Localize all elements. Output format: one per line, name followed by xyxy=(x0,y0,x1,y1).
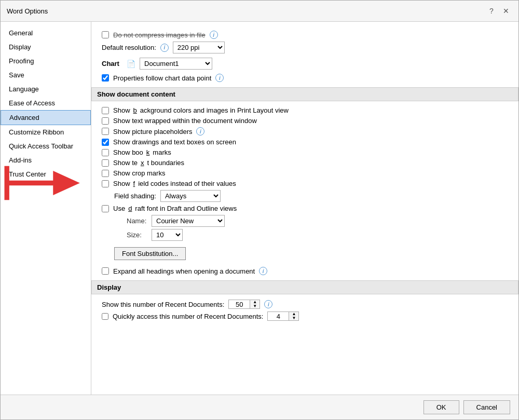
show-crop-marks-label: Show crop marks xyxy=(113,169,165,177)
sidebar-item-ease-of-access[interactable]: Ease of Access xyxy=(1,96,91,110)
show-text-wrapped-label: Show text wrapped within the document wi… xyxy=(113,117,257,125)
compress-images-row: Do not compress images in file i xyxy=(102,31,508,39)
show-picture-placeholders-label: Show picture placeholders xyxy=(113,128,192,136)
size-row: Size: 10 8 12 xyxy=(127,229,508,241)
sidebar-item-add-ins[interactable]: Add-ins xyxy=(1,153,91,167)
show-bg-colors-checkbox[interactable] xyxy=(102,107,109,114)
show-bookmarks-label: Show bookmarks xyxy=(113,148,171,156)
quick-access-input[interactable] xyxy=(268,312,289,320)
sidebar-item-language[interactable]: Language xyxy=(1,82,91,96)
sidebar-item-quick-access-toolbar[interactable]: Quick Access Toolbar xyxy=(1,139,91,153)
recent-docs-input[interactable] xyxy=(229,300,250,308)
quick-access-row: Quickly access this number of Recent Doc… xyxy=(102,311,508,321)
dialog-footer: OK Cancel xyxy=(1,395,518,419)
quick-access-down-button[interactable]: ▼ xyxy=(289,316,298,320)
name-row: Name: Courier New Arial Times New Roman xyxy=(127,215,508,227)
default-resolution-row: Default resolution: i 220 ppi 96 ppi 150… xyxy=(102,42,508,53)
properties-follow-row: Properties follow chart data point i xyxy=(102,74,508,82)
show-bg-colors-row: Show background colors and images in Pri… xyxy=(102,106,508,114)
expand-headings-label: Expand all headings when opening a docum… xyxy=(113,267,255,275)
sidebar-item-display[interactable]: Display xyxy=(1,40,91,54)
expand-headings-row: Expand all headings when opening a docum… xyxy=(102,267,508,275)
properties-follow-label: Properties follow chart data point xyxy=(113,74,211,82)
show-field-codes-checkbox[interactable] xyxy=(102,180,109,187)
quick-access-checkbox[interactable] xyxy=(102,313,108,320)
show-crop-marks-row: Show crop marks xyxy=(102,169,508,177)
display-header: Display xyxy=(91,280,518,294)
dialog-title: Word Options xyxy=(7,7,48,15)
sidebar-item-advanced[interactable]: Advanced xyxy=(1,110,91,125)
draft-font-checkbox[interactable] xyxy=(102,205,109,212)
quick-access-stepper-buttons: ▲ ▼ xyxy=(289,312,298,320)
recent-docs-row: Show this number of Recent Documents: ▲ … xyxy=(102,300,508,309)
quick-access-label: Quickly access this number of Recent Doc… xyxy=(113,313,263,320)
dialog-body: General Display Proofing Save Language E… xyxy=(1,22,518,395)
properties-follow-checkbox[interactable] xyxy=(102,74,109,82)
title-bar-buttons: ? ✕ xyxy=(485,5,512,17)
field-shading-label: Field shading: xyxy=(114,192,156,200)
word-options-dialog: Word Options ? ✕ General Display Proofin… xyxy=(0,0,519,420)
ok-button[interactable]: OK xyxy=(424,400,459,414)
show-text-boundaries-row: Show text boundaries xyxy=(102,159,508,167)
font-name-select[interactable]: Courier New Arial Times New Roman xyxy=(152,215,225,227)
default-resolution-label: Default resolution: xyxy=(102,44,156,51)
show-bg-colors-label: Show background colors and images in Pri… xyxy=(113,106,289,114)
main-content: Do not compress images in file i Default… xyxy=(91,22,518,395)
sidebar-item-general[interactable]: General xyxy=(1,26,91,40)
draft-font-label: Use draft font in Draft and Outline view… xyxy=(113,205,237,212)
show-text-boundaries-checkbox[interactable] xyxy=(102,159,109,167)
sidebar-item-proofing[interactable]: Proofing xyxy=(1,54,91,68)
show-text-boundaries-label: Show text boundaries xyxy=(113,159,184,167)
help-button[interactable]: ? xyxy=(485,5,498,17)
show-bookmarks-row: Show bookmarks xyxy=(102,148,508,156)
show-text-wrapped-row: Show text wrapped within the document wi… xyxy=(102,117,508,125)
show-picture-placeholders-checkbox[interactable] xyxy=(102,128,109,135)
sidebar: General Display Proofing Save Language E… xyxy=(1,22,91,395)
chart-label: Chart xyxy=(102,60,122,67)
name-label: Name: xyxy=(127,217,147,225)
show-drawings-row: Show drawings and text boxes on screen xyxy=(102,138,508,146)
font-size-select[interactable]: 10 8 12 xyxy=(152,229,183,241)
recent-docs-down-button[interactable]: ▼ xyxy=(250,304,260,308)
chart-row: Chart 📄 Document1 xyxy=(102,58,508,70)
show-picture-placeholders-row: Show picture placeholders i xyxy=(102,127,508,136)
sidebar-item-trust-center[interactable]: Trust Center xyxy=(1,167,91,181)
compress-info-icon: i xyxy=(210,31,218,39)
compress-images-checkbox[interactable] xyxy=(102,31,109,38)
recent-docs-stepper: ▲ ▼ xyxy=(228,300,260,309)
field-shading-select[interactable]: Always Never When selected xyxy=(160,190,221,202)
quick-access-stepper: ▲ ▼ xyxy=(267,311,299,321)
expand-headings-info-icon: i xyxy=(259,267,267,275)
recent-docs-stepper-buttons: ▲ ▼ xyxy=(250,300,260,308)
font-substitution-button[interactable]: Font Substitution... xyxy=(114,247,186,260)
draft-font-row: Use draft font in Draft and Outline view… xyxy=(102,205,508,212)
document-icon: 📄 xyxy=(127,60,135,68)
content-scroll[interactable]: Do not compress images in file i Default… xyxy=(91,22,518,395)
properties-info-icon: i xyxy=(215,74,224,82)
field-shading-row: Field shading: Always Never When selecte… xyxy=(114,190,508,202)
close-button[interactable]: ✕ xyxy=(500,5,512,17)
expand-headings-checkbox[interactable] xyxy=(102,267,109,275)
resolution-select[interactable]: 220 ppi 96 ppi 150 ppi 330 ppi xyxy=(173,42,225,53)
content-inner: Do not compress images in file i Default… xyxy=(91,22,518,330)
top-section: Do not compress images in file i Default… xyxy=(102,31,508,53)
sidebar-item-save[interactable]: Save xyxy=(1,68,91,82)
recent-docs-info-icon: i xyxy=(264,300,272,308)
show-crop-marks-checkbox[interactable] xyxy=(102,170,109,177)
picture-placeholders-info-icon: i xyxy=(196,127,204,136)
resolution-info-icon: i xyxy=(160,44,169,52)
show-doc-content-header: Show document content xyxy=(91,87,518,101)
show-drawings-checkbox[interactable] xyxy=(102,139,109,146)
show-drawings-label: Show drawings and text boxes on screen xyxy=(113,138,236,146)
sidebar-item-customize-ribbon[interactable]: Customize Ribbon xyxy=(1,125,91,139)
show-text-wrapped-checkbox[interactable] xyxy=(102,117,109,125)
size-label: Size: xyxy=(127,231,147,239)
recent-docs-label: Show this number of Recent Documents: xyxy=(102,301,224,308)
show-field-codes-label: Show field codes instead of their values xyxy=(113,180,236,187)
show-field-codes-row: Show field codes instead of their values xyxy=(102,180,508,187)
cancel-button[interactable]: Cancel xyxy=(463,400,510,414)
title-bar: Word Options ? ✕ xyxy=(1,1,518,22)
compress-images-label: Do not compress images in file xyxy=(113,31,206,39)
show-bookmarks-checkbox[interactable] xyxy=(102,149,109,156)
chart-document-select[interactable]: Document1 xyxy=(140,58,212,70)
